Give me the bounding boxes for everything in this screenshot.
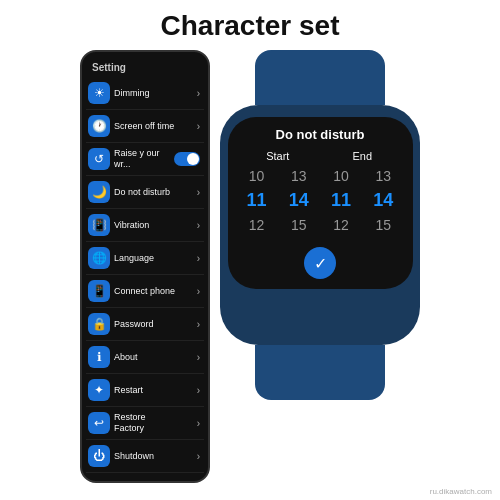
restart-label: Restart [114, 385, 143, 396]
password-icon: 🔒 [88, 313, 110, 335]
language-label: Language [114, 253, 154, 264]
restore-icon: ↩ [88, 412, 110, 434]
raise-icon: ↺ [88, 148, 110, 170]
menu-item-do-not[interactable]: 🌙Do not disturb› [86, 176, 204, 209]
dnd-cell: 14 [362, 188, 404, 213]
raise-label: Raise y our wr... [114, 148, 174, 170]
language-icon: 🌐 [88, 247, 110, 269]
setting-header: Setting [86, 60, 204, 77]
dnd-cell: 11 [236, 188, 278, 213]
dnd-cell: 15 [362, 215, 404, 235]
dimming-label: Dimming [114, 88, 150, 99]
about-icon: ℹ [88, 346, 110, 368]
menu-item-restart[interactable]: ✦Restart› [86, 374, 204, 407]
connect-icon: 📱 [88, 280, 110, 302]
dnd-cell: 15 [278, 215, 320, 235]
raise-toggle[interactable] [174, 152, 200, 166]
dnd-title: Do not disturb [276, 127, 365, 142]
menu-container: ☀Dimming›🕐Screen off time›↺Raise y our w… [86, 77, 204, 473]
dnd-grid: 101310131114111412151215 [236, 166, 405, 235]
menu-item-screen-off[interactable]: 🕐Screen off time› [86, 110, 204, 143]
dnd-cell: 11 [320, 188, 362, 213]
watch-band-top [255, 50, 385, 105]
watch-band-bottom [255, 345, 385, 400]
menu-item-connect[interactable]: 📱Connect phone› [86, 275, 204, 308]
col-start-label: Start [236, 150, 321, 162]
restore-arrow: › [197, 418, 200, 429]
dimming-icon: ☀ [88, 82, 110, 104]
about-label: About [114, 352, 138, 363]
dnd-cell: 12 [236, 215, 278, 235]
dnd-cell: 14 [278, 188, 320, 213]
watch-left: Setting ☀Dimming›🕐Screen off time›↺Raise… [80, 50, 210, 483]
main-area: Setting ☀Dimming›🕐Screen off time›↺Raise… [0, 50, 500, 483]
watch-left-body: Setting ☀Dimming›🕐Screen off time›↺Raise… [80, 50, 210, 483]
restart-icon: ✦ [88, 379, 110, 401]
language-arrow: › [197, 253, 200, 264]
watch-screen: Do not disturb Start End 101310131114111… [228, 117, 413, 289]
menu-item-language[interactable]: 🌐Language› [86, 242, 204, 275]
watermark: ru.dikawatch.com [430, 487, 492, 496]
dnd-check-button[interactable]: ✓ [304, 247, 336, 279]
password-label: Password [114, 319, 154, 330]
dnd-cell: 10 [236, 166, 278, 186]
restore-label: Restore Factory [114, 412, 176, 434]
dimming-arrow: › [197, 88, 200, 99]
screen-off-arrow: › [197, 121, 200, 132]
dnd-cell: 13 [362, 166, 404, 186]
vibration-arrow: › [197, 220, 200, 231]
screen-off-label: Screen off time [114, 121, 174, 132]
watch-right-outer: Do not disturb Start End 101310131114111… [220, 105, 420, 345]
do-not-icon: 🌙 [88, 181, 110, 203]
dnd-columns: Start End [236, 150, 405, 162]
shutdown-arrow: › [197, 451, 200, 462]
connect-arrow: › [197, 286, 200, 297]
restart-arrow: › [197, 385, 200, 396]
menu-item-vibration[interactable]: 📳Vibration› [86, 209, 204, 242]
menu-item-dimming[interactable]: ☀Dimming› [86, 77, 204, 110]
dnd-cell: 10 [320, 166, 362, 186]
connect-label: Connect phone [114, 286, 175, 297]
menu-item-raise[interactable]: ↺Raise y our wr... [86, 143, 204, 176]
menu-item-shutdown[interactable]: ⏻Shutdown› [86, 440, 204, 473]
about-arrow: › [197, 352, 200, 363]
menu-item-restore[interactable]: ↩Restore Factory› [86, 407, 204, 440]
col-end-label: End [320, 150, 405, 162]
menu-item-password[interactable]: 🔒Password› [86, 308, 204, 341]
dnd-cell: 12 [320, 215, 362, 235]
password-arrow: › [197, 319, 200, 330]
watch-right: Do not disturb Start End 101310131114111… [220, 50, 420, 400]
do-not-arrow: › [197, 187, 200, 198]
shutdown-label: Shutdown [114, 451, 154, 462]
menu-item-about[interactable]: ℹAbout› [86, 341, 204, 374]
vibration-icon: 📳 [88, 214, 110, 236]
screen-off-icon: 🕐 [88, 115, 110, 137]
shutdown-icon: ⏻ [88, 445, 110, 467]
dnd-cell: 13 [278, 166, 320, 186]
do-not-label: Do not disturb [114, 187, 170, 198]
vibration-label: Vibration [114, 220, 149, 231]
page-title: Character set [0, 0, 500, 50]
